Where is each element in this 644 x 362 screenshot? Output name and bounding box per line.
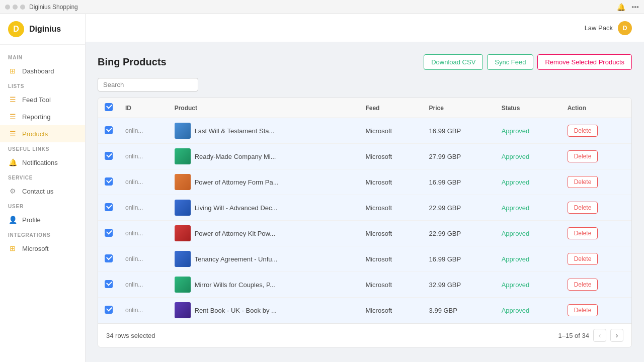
table-footer: 34 rows selected 1–15 of 34 ‹ › — [98, 323, 631, 347]
row-checkbox-cell[interactable] — [98, 298, 119, 323]
row-action: Delete — [561, 246, 631, 272]
prev-page-button[interactable]: ‹ — [593, 329, 606, 342]
sidebar-item-label: Reporting — [22, 113, 50, 121]
nav-section-main: MAIN — [0, 51, 85, 62]
row-id: onlin... — [119, 144, 169, 169]
row-id: onlin... — [119, 169, 169, 195]
next-page-button[interactable]: › — [610, 329, 623, 342]
status-badge: Approved — [502, 255, 530, 263]
sidebar-item-dashboard[interactable]: ⊞ Dashboard — [0, 62, 85, 79]
status-badge: Approved — [502, 127, 530, 135]
sidebar-item-profile[interactable]: 👤 Profile — [0, 211, 85, 228]
sidebar-item-microsoft[interactable]: ⊞ Microsoft — [0, 240, 85, 257]
sidebar-item-label: Notifications — [22, 159, 58, 166]
rows-selected-label: 34 rows selected — [106, 332, 155, 339]
row-checkbox[interactable] — [105, 306, 113, 314]
table-wrap: ID Product Feed Price Status Action o — [98, 98, 631, 323]
sidebar-item-notifications[interactable]: 🔔 Notifications — [0, 154, 85, 171]
select-all-checkbox[interactable] — [105, 103, 113, 111]
row-checkbox-cell[interactable] — [98, 246, 119, 272]
products-table: ID Product Feed Price Status Action o — [98, 98, 631, 323]
bell-icon[interactable]: 🔔 — [617, 3, 625, 11]
sidebar-item-contact-us[interactable]: ⚙ Contact us — [0, 183, 85, 200]
row-checkbox-cell[interactable] — [98, 169, 119, 195]
delete-button[interactable]: Delete — [568, 125, 598, 137]
maximize-dot[interactable] — [20, 5, 25, 10]
row-feed: Microsoft — [359, 221, 423, 246]
row-feed: Microsoft — [359, 118, 423, 144]
sidebar-nav: MAIN ⊞ Dashboard LISTS ☰ Feed Tool ☰ Rep… — [0, 45, 85, 362]
sidebar-item-products[interactable]: ☰ Products — [0, 125, 85, 142]
delete-button[interactable]: Delete — [568, 253, 598, 265]
row-price: 22.99 GBP — [423, 221, 496, 246]
row-id: onlin... — [119, 118, 169, 144]
row-feed: Microsoft — [359, 144, 423, 169]
close-dot[interactable] — [5, 5, 10, 10]
col-action: Action — [561, 98, 631, 118]
row-status: Approved — [496, 298, 561, 323]
product-name: Mirror Wills for Couples, P... — [195, 281, 275, 289]
row-checkbox-cell[interactable] — [98, 118, 119, 144]
product-name: Last Will & Testament Sta... — [195, 127, 275, 135]
row-id: onlin... — [119, 298, 169, 323]
delete-button[interactable]: Delete — [568, 176, 598, 188]
profile-icon: 👤 — [8, 215, 17, 224]
logo-circle: D — [8, 21, 24, 37]
status-badge: Approved — [502, 281, 530, 289]
delete-button[interactable]: Delete — [568, 227, 598, 239]
sidebar-item-reporting[interactable]: ☰ Reporting — [0, 108, 85, 125]
row-checkbox-cell[interactable] — [98, 144, 119, 169]
row-status: Approved — [496, 118, 561, 144]
minimize-dot[interactable] — [13, 5, 18, 10]
product-thumbnail — [175, 225, 191, 241]
row-product: Ready-Made Company Mi... — [169, 144, 360, 169]
sidebar-item-label: Contact us — [22, 188, 53, 195]
products-table-container: ID Product Feed Price Status Action o — [98, 98, 632, 347]
row-price: 3.99 GBP — [423, 298, 496, 323]
row-checkbox[interactable] — [105, 203, 113, 211]
remove-selected-button[interactable]: Remove Selected Products — [537, 54, 632, 70]
status-badge: Approved — [502, 178, 530, 186]
delete-button[interactable]: Delete — [568, 150, 598, 162]
row-checkbox-cell[interactable] — [98, 272, 119, 298]
nav-section-user: USER — [0, 200, 85, 211]
row-checkbox[interactable] — [105, 280, 113, 288]
row-status: Approved — [496, 221, 561, 246]
delete-button[interactable]: Delete — [568, 304, 598, 316]
row-checkbox[interactable] — [105, 152, 113, 160]
row-product: Power of Attorney Kit Pow... — [169, 221, 360, 246]
search-input[interactable] — [98, 78, 198, 92]
sidebar-item-feed-tool[interactable]: ☰ Feed Tool — [0, 91, 85, 108]
sidebar-item-label: Feed Tool — [22, 96, 51, 104]
row-checkbox[interactable] — [105, 126, 113, 134]
product-thumbnail — [175, 174, 191, 190]
col-status: Status — [496, 98, 561, 118]
row-id: onlin... — [119, 221, 169, 246]
sync-feed-button[interactable]: Sync Feed — [487, 54, 533, 70]
row-checkbox[interactable] — [105, 177, 113, 186]
row-feed: Microsoft — [359, 195, 423, 221]
download-csv-button[interactable]: Download CSV — [424, 54, 483, 70]
product-thumbnail — [175, 200, 191, 216]
delete-button[interactable]: Delete — [568, 279, 598, 291]
user-avatar[interactable]: D — [618, 21, 632, 35]
row-checkbox-cell[interactable] — [98, 221, 119, 246]
table-body: onlin... Last Will & Testament Sta... Mi… — [98, 118, 631, 323]
product-name: Ready-Made Company Mi... — [195, 153, 276, 160]
row-checkbox[interactable] — [105, 254, 113, 262]
row-checkbox[interactable] — [105, 229, 113, 237]
select-all-header[interactable] — [98, 98, 119, 118]
sidebar-item-label: Products — [22, 130, 48, 138]
product-name: Rent Book - UK - Book by ... — [195, 307, 277, 314]
feed-tool-icon: ☰ — [8, 95, 17, 104]
status-badge: Approved — [502, 230, 530, 237]
sidebar-item-label: Microsoft — [22, 245, 49, 252]
page-actions: Download CSV Sync Feed Remove Selected P… — [424, 54, 632, 70]
more-icon[interactable]: ••• — [631, 3, 639, 11]
row-price: 22.99 GBP — [423, 195, 496, 221]
delete-button[interactable]: Delete — [568, 202, 598, 214]
page-title: Bing Products — [98, 56, 167, 68]
product-name: Tenancy Agreement - Unfu... — [195, 255, 278, 263]
row-checkbox-cell[interactable] — [98, 195, 119, 221]
row-price: 32.99 GBP — [423, 272, 496, 298]
